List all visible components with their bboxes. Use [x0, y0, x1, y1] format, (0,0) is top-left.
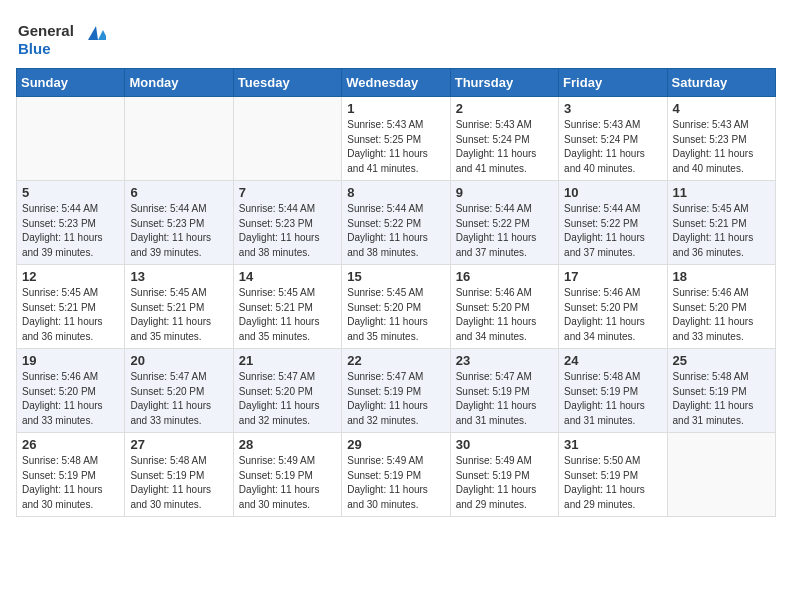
cell-info: Sunrise: 5:49 AMSunset: 5:19 PMDaylight:…	[239, 454, 336, 512]
cell-info: Sunrise: 5:48 AMSunset: 5:19 PMDaylight:…	[673, 370, 770, 428]
cell-info: Sunrise: 5:44 AMSunset: 5:23 PMDaylight:…	[22, 202, 119, 260]
cell-info: Sunrise: 5:49 AMSunset: 5:19 PMDaylight:…	[347, 454, 444, 512]
col-header-friday: Friday	[559, 69, 667, 97]
calendar-cell: 26Sunrise: 5:48 AMSunset: 5:19 PMDayligh…	[17, 433, 125, 517]
day-number: 15	[347, 269, 444, 284]
calendar-cell: 5Sunrise: 5:44 AMSunset: 5:23 PMDaylight…	[17, 181, 125, 265]
logo-svg: General Blue	[16, 16, 106, 60]
day-number: 12	[22, 269, 119, 284]
calendar-cell: 19Sunrise: 5:46 AMSunset: 5:20 PMDayligh…	[17, 349, 125, 433]
calendar-cell: 15Sunrise: 5:45 AMSunset: 5:20 PMDayligh…	[342, 265, 450, 349]
calendar-cell: 3Sunrise: 5:43 AMSunset: 5:24 PMDaylight…	[559, 97, 667, 181]
day-number: 27	[130, 437, 227, 452]
calendar-cell: 2Sunrise: 5:43 AMSunset: 5:24 PMDaylight…	[450, 97, 558, 181]
cell-info: Sunrise: 5:47 AMSunset: 5:19 PMDaylight:…	[456, 370, 553, 428]
calendar-cell: 1Sunrise: 5:43 AMSunset: 5:25 PMDaylight…	[342, 97, 450, 181]
calendar-cell	[667, 433, 775, 517]
cell-info: Sunrise: 5:46 AMSunset: 5:20 PMDaylight:…	[673, 286, 770, 344]
calendar-cell: 16Sunrise: 5:46 AMSunset: 5:20 PMDayligh…	[450, 265, 558, 349]
calendar-cell	[233, 97, 341, 181]
day-number: 5	[22, 185, 119, 200]
day-number: 18	[673, 269, 770, 284]
calendar-week-3: 12Sunrise: 5:45 AMSunset: 5:21 PMDayligh…	[17, 265, 776, 349]
cell-info: Sunrise: 5:48 AMSunset: 5:19 PMDaylight:…	[564, 370, 661, 428]
svg-marker-3	[98, 30, 106, 40]
calendar-cell: 22Sunrise: 5:47 AMSunset: 5:19 PMDayligh…	[342, 349, 450, 433]
calendar-cell: 24Sunrise: 5:48 AMSunset: 5:19 PMDayligh…	[559, 349, 667, 433]
cell-info: Sunrise: 5:48 AMSunset: 5:19 PMDaylight:…	[130, 454, 227, 512]
calendar-cell: 7Sunrise: 5:44 AMSunset: 5:23 PMDaylight…	[233, 181, 341, 265]
calendar-cell: 6Sunrise: 5:44 AMSunset: 5:23 PMDaylight…	[125, 181, 233, 265]
day-number: 20	[130, 353, 227, 368]
calendar-cell: 23Sunrise: 5:47 AMSunset: 5:19 PMDayligh…	[450, 349, 558, 433]
cell-info: Sunrise: 5:48 AMSunset: 5:19 PMDaylight:…	[22, 454, 119, 512]
cell-info: Sunrise: 5:45 AMSunset: 5:20 PMDaylight:…	[347, 286, 444, 344]
day-number: 14	[239, 269, 336, 284]
cell-info: Sunrise: 5:45 AMSunset: 5:21 PMDaylight:…	[239, 286, 336, 344]
cell-info: Sunrise: 5:45 AMSunset: 5:21 PMDaylight:…	[22, 286, 119, 344]
cell-info: Sunrise: 5:47 AMSunset: 5:20 PMDaylight:…	[130, 370, 227, 428]
cell-info: Sunrise: 5:47 AMSunset: 5:20 PMDaylight:…	[239, 370, 336, 428]
day-number: 21	[239, 353, 336, 368]
svg-marker-2	[88, 26, 98, 40]
calendar-cell	[125, 97, 233, 181]
day-number: 7	[239, 185, 336, 200]
col-header-sunday: Sunday	[17, 69, 125, 97]
page-header: General Blue	[16, 16, 776, 60]
day-number: 30	[456, 437, 553, 452]
calendar-header-row: SundayMondayTuesdayWednesdayThursdayFrid…	[17, 69, 776, 97]
day-number: 4	[673, 101, 770, 116]
svg-text:Blue: Blue	[18, 40, 51, 57]
day-number: 28	[239, 437, 336, 452]
day-number: 26	[22, 437, 119, 452]
cell-info: Sunrise: 5:46 AMSunset: 5:20 PMDaylight:…	[456, 286, 553, 344]
calendar-cell: 21Sunrise: 5:47 AMSunset: 5:20 PMDayligh…	[233, 349, 341, 433]
cell-info: Sunrise: 5:43 AMSunset: 5:23 PMDaylight:…	[673, 118, 770, 176]
cell-info: Sunrise: 5:43 AMSunset: 5:25 PMDaylight:…	[347, 118, 444, 176]
calendar-cell: 28Sunrise: 5:49 AMSunset: 5:19 PMDayligh…	[233, 433, 341, 517]
day-number: 24	[564, 353, 661, 368]
calendar-cell: 20Sunrise: 5:47 AMSunset: 5:20 PMDayligh…	[125, 349, 233, 433]
cell-info: Sunrise: 5:44 AMSunset: 5:22 PMDaylight:…	[564, 202, 661, 260]
calendar-cell: 27Sunrise: 5:48 AMSunset: 5:19 PMDayligh…	[125, 433, 233, 517]
day-number: 1	[347, 101, 444, 116]
cell-info: Sunrise: 5:46 AMSunset: 5:20 PMDaylight:…	[22, 370, 119, 428]
cell-info: Sunrise: 5:43 AMSunset: 5:24 PMDaylight:…	[456, 118, 553, 176]
calendar-week-4: 19Sunrise: 5:46 AMSunset: 5:20 PMDayligh…	[17, 349, 776, 433]
calendar-week-2: 5Sunrise: 5:44 AMSunset: 5:23 PMDaylight…	[17, 181, 776, 265]
calendar-cell: 14Sunrise: 5:45 AMSunset: 5:21 PMDayligh…	[233, 265, 341, 349]
day-number: 19	[22, 353, 119, 368]
cell-info: Sunrise: 5:47 AMSunset: 5:19 PMDaylight:…	[347, 370, 444, 428]
calendar-cell: 10Sunrise: 5:44 AMSunset: 5:22 PMDayligh…	[559, 181, 667, 265]
day-number: 8	[347, 185, 444, 200]
calendar-cell: 8Sunrise: 5:44 AMSunset: 5:22 PMDaylight…	[342, 181, 450, 265]
calendar-cell: 4Sunrise: 5:43 AMSunset: 5:23 PMDaylight…	[667, 97, 775, 181]
col-header-saturday: Saturday	[667, 69, 775, 97]
cell-info: Sunrise: 5:44 AMSunset: 5:23 PMDaylight:…	[239, 202, 336, 260]
col-header-tuesday: Tuesday	[233, 69, 341, 97]
day-number: 29	[347, 437, 444, 452]
day-number: 11	[673, 185, 770, 200]
col-header-monday: Monday	[125, 69, 233, 97]
cell-info: Sunrise: 5:45 AMSunset: 5:21 PMDaylight:…	[130, 286, 227, 344]
col-header-thursday: Thursday	[450, 69, 558, 97]
calendar-cell: 29Sunrise: 5:49 AMSunset: 5:19 PMDayligh…	[342, 433, 450, 517]
calendar-week-1: 1Sunrise: 5:43 AMSunset: 5:25 PMDaylight…	[17, 97, 776, 181]
calendar-cell: 12Sunrise: 5:45 AMSunset: 5:21 PMDayligh…	[17, 265, 125, 349]
calendar-cell: 9Sunrise: 5:44 AMSunset: 5:22 PMDaylight…	[450, 181, 558, 265]
day-number: 16	[456, 269, 553, 284]
day-number: 25	[673, 353, 770, 368]
day-number: 9	[456, 185, 553, 200]
calendar-cell: 17Sunrise: 5:46 AMSunset: 5:20 PMDayligh…	[559, 265, 667, 349]
calendar-cell: 11Sunrise: 5:45 AMSunset: 5:21 PMDayligh…	[667, 181, 775, 265]
day-number: 22	[347, 353, 444, 368]
calendar-table: SundayMondayTuesdayWednesdayThursdayFrid…	[16, 68, 776, 517]
cell-info: Sunrise: 5:50 AMSunset: 5:19 PMDaylight:…	[564, 454, 661, 512]
calendar-cell: 25Sunrise: 5:48 AMSunset: 5:19 PMDayligh…	[667, 349, 775, 433]
calendar-cell: 18Sunrise: 5:46 AMSunset: 5:20 PMDayligh…	[667, 265, 775, 349]
calendar-cell: 30Sunrise: 5:49 AMSunset: 5:19 PMDayligh…	[450, 433, 558, 517]
day-number: 2	[456, 101, 553, 116]
day-number: 3	[564, 101, 661, 116]
day-number: 10	[564, 185, 661, 200]
calendar-cell	[17, 97, 125, 181]
